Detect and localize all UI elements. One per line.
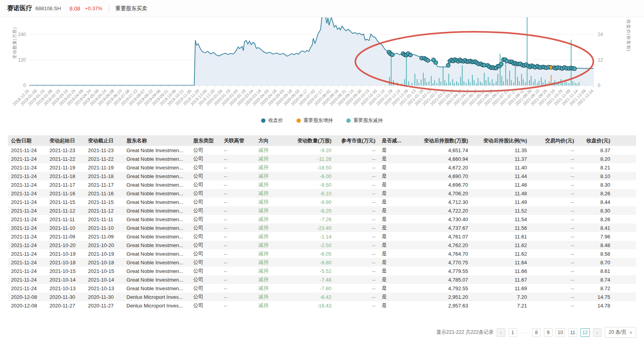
legend-item-收盘价[interactable]: 收盘价: [261, 117, 283, 124]
decrease-bar: [433, 84, 434, 85]
table-row: 2021-11-242021-11-182021-11-18Great Nobl…: [8, 172, 636, 180]
decrease-bar: [503, 81, 504, 85]
legend-item-重要股东增持[interactable]: 重要股东增持: [296, 117, 333, 124]
decrease-bar: [421, 80, 421, 85]
legend-item-重要股东减持[interactable]: 重要股东减持: [346, 117, 383, 124]
table-cell: --: [335, 241, 379, 249]
decrease-bar: [575, 83, 576, 86]
table-cell: 2021-11-24: [8, 284, 46, 293]
pagination-next-button[interactable]: ›: [593, 328, 602, 337]
table-cell: 公司: [190, 215, 221, 224]
decrease-marker: [434, 60, 438, 64]
table-cell: [613, 258, 636, 267]
table-row: 2021-11-242021-11-192021-11-19Great Nobl…: [8, 163, 636, 172]
table-cell: 2021-11-24: [8, 267, 46, 275]
table-cell: --: [335, 224, 379, 232]
table-cell: 减持: [255, 301, 289, 310]
table-cell: 2021-10-19: [85, 249, 123, 258]
pagination-prev-button[interactable]: ‹: [497, 328, 505, 337]
table-cell: --: [335, 258, 379, 267]
table-cell: 是: [379, 172, 407, 180]
decrease-marker: [390, 53, 394, 57]
stock-price: 8.08: [70, 5, 80, 12]
table-cell: 减持: [255, 198, 289, 206]
table-cell: 11.40: [471, 163, 530, 172]
decrease-bar: [466, 83, 467, 86]
decrease-bar: [545, 80, 545, 85]
table-cell: 4,785.07: [407, 275, 471, 284]
table-cell: --: [221, 206, 255, 215]
table-cell: Great Noble Investmen...: [123, 180, 190, 189]
table-row: 2021-11-242021-11-172021-11-17Great Nobl…: [8, 180, 636, 189]
pagination-page-11[interactable]: 11: [568, 328, 577, 337]
table-cell: Denlux Microport Inves...: [123, 301, 190, 310]
table-cell: 是: [379, 224, 407, 232]
table-cell: 公司: [190, 206, 221, 215]
table-cell: --: [221, 241, 255, 249]
table-cell: --: [335, 215, 379, 224]
tab-important-holder-trades[interactable]: 重要股东买卖: [115, 5, 147, 12]
table-cell: 减持: [255, 293, 289, 301]
table-cell: 是: [379, 258, 407, 267]
decrease-bar: [419, 83, 419, 86]
table-cell: 公司: [190, 249, 221, 258]
pagination-page-8[interactable]: 8: [532, 328, 541, 337]
table-cell: 是: [379, 284, 407, 293]
table-cell: 8.21: [577, 163, 613, 172]
decrease-bar: [424, 78, 425, 85]
table-cell: 4,696.70: [407, 180, 471, 189]
table-cell: 2021-10-13: [85, 284, 123, 293]
table-cell: 2021-11-24: [8, 224, 46, 232]
table-cell: 是: [379, 293, 407, 301]
table-cell: 2021-11-24: [8, 241, 46, 249]
decrease-bar: [431, 76, 432, 85]
pagination-pages: 1···89101112: [509, 328, 590, 337]
table-cell: 11.61: [471, 232, 530, 241]
decrease-bar: [533, 82, 534, 85]
decrease-bar: [404, 79, 405, 85]
page-size-select[interactable]: 20 条/页 ∨: [605, 327, 636, 338]
pagination-page-9[interactable]: 9: [544, 328, 553, 337]
decrease-bar: [562, 83, 563, 86]
table-cell: 是: [379, 198, 407, 206]
table-cell: --: [530, 241, 577, 249]
pagination-page-1[interactable]: 1: [509, 328, 517, 337]
table-cell: Great Noble Investmen...: [123, 189, 190, 198]
decrease-marker: [426, 58, 430, 62]
table-cell: 减持: [255, 155, 289, 163]
table-cell: [613, 206, 636, 215]
pagination-page-10[interactable]: 10: [556, 328, 565, 337]
table-cell: --: [530, 163, 577, 172]
table-cell: [613, 232, 636, 241]
decrease-bar: [408, 81, 409, 85]
table-cell: [613, 146, 636, 155]
decrease-bar: [434, 80, 435, 86]
table-cell: 2021-11-10: [46, 224, 85, 232]
table-cell: 2021-11-19: [46, 163, 85, 172]
table-cell: Great Noble Investmen...: [123, 155, 190, 163]
pagination-page-12[interactable]: 12: [580, 328, 590, 337]
table-cell: 2021-10-14: [46, 275, 85, 284]
decrease-marker: [408, 53, 412, 57]
decrease-bar: [573, 81, 573, 85]
decrease-bar: [517, 77, 518, 85]
table-cell: 减持: [255, 258, 289, 267]
table-cell: 公司: [190, 293, 221, 301]
table-cell: -7.48: [289, 275, 335, 284]
table-cell: 2,951.20: [407, 293, 471, 301]
table-cell: 减持: [255, 249, 289, 258]
table-cell: 7.21: [471, 301, 530, 310]
table-cell: 4,764.70: [407, 249, 471, 258]
table-cell: --: [530, 224, 577, 232]
table-cell: --: [530, 275, 577, 284]
table-cell: 8.58: [577, 249, 613, 258]
decrease-bar: [472, 75, 473, 85]
table-cell: 公司: [190, 241, 221, 249]
table-cell: 是: [379, 163, 407, 172]
table-cell: [613, 284, 636, 293]
table-cell: [613, 249, 636, 258]
table-cell: --: [335, 180, 379, 189]
decrease-bar: [501, 76, 502, 85]
pagination-bar: 显示221-222 共222条记录 ‹ 1···89101112 › 20 条/…: [436, 327, 636, 338]
decrease-bar: [579, 82, 580, 85]
